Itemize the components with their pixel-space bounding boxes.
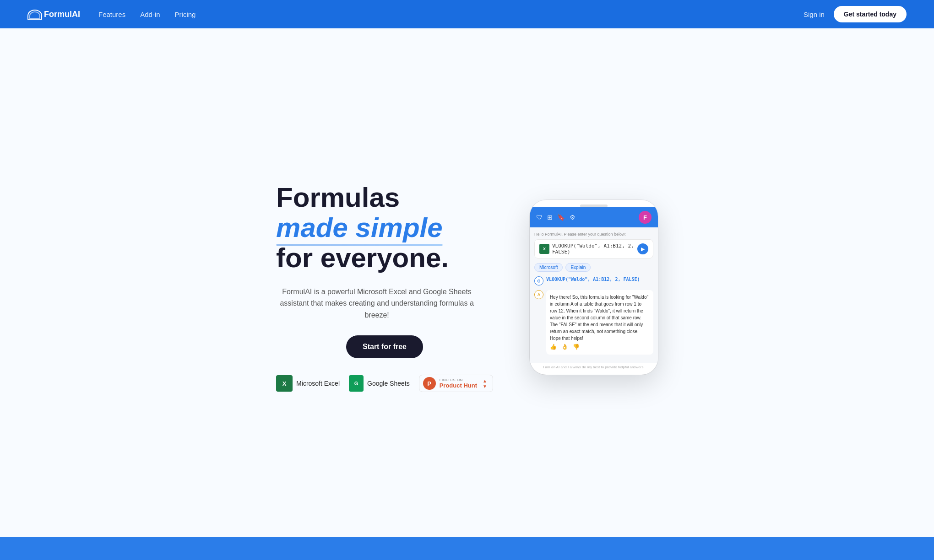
prompt-label: Hello FormulAI. Please enter your questi…	[534, 232, 653, 237]
nav-link-pricing[interactable]: Pricing	[175, 11, 196, 18]
ph-arrows: ▲ ▼	[483, 378, 487, 389]
answer-bubble: Hey there! So, this formula is looking f…	[546, 290, 653, 355]
app-toolbar: 🛡 ⊞ 🔖 ⚙ F	[530, 207, 658, 227]
chat-tags: Microsoft Explain	[534, 263, 653, 272]
tag-microsoft[interactable]: Microsoft	[534, 263, 563, 272]
logo-text: FormulAI	[44, 10, 80, 19]
toolbar-icons: 🛡 ⊞ 🔖 ⚙	[536, 214, 576, 221]
excel-label: Microsoft Excel	[296, 380, 340, 387]
phone-mockup: 🛡 ⊞ 🔖 ⚙ F Hello FormulAI. Please enter y…	[530, 200, 658, 374]
formula-input-text: VLOOKUP("Waldo", A1:B12, 2, FALSE)	[552, 243, 635, 255]
nav-link-addin[interactable]: Add-in	[140, 11, 160, 18]
hero-left: Formulas made simple for everyone. Formu…	[276, 183, 493, 393]
footer-bar	[0, 537, 934, 560]
ph-find-label: FIND US ON	[440, 378, 477, 382]
feedback-area: 👍 👌 👎	[550, 342, 650, 351]
logo[interactable]: FormulAI	[27, 10, 80, 19]
question-formula: VLOOKUP("Waldo", A1:B12, 2, FALSE)	[546, 276, 640, 283]
answer-text: Hey there! So, this formula is looking f…	[550, 294, 650, 342]
thumbs-neutral-icon[interactable]: 👌	[561, 344, 568, 350]
phone-inner: 🛡 ⊞ 🔖 ⚙ F Hello FormulAI. Please enter y…	[530, 207, 658, 374]
ph-name-label: Product Hunt	[440, 382, 477, 389]
hero-title-line1: Formulas	[276, 182, 400, 213]
ph-arrow-up: ▲	[483, 378, 487, 383]
navbar: FormulAI Features Add-in Pricing Sign in…	[0, 0, 934, 28]
nav-link-features[interactable]: Features	[98, 11, 125, 18]
user-avatar[interactable]: F	[639, 211, 652, 224]
thumbs-down-icon[interactable]: 👎	[573, 344, 580, 350]
nav-left: FormulAI Features Add-in Pricing	[27, 10, 195, 19]
ph-arrow-down: ▼	[483, 384, 487, 389]
gear-icon[interactable]: ⚙	[570, 214, 576, 221]
signin-link[interactable]: Sign in	[804, 11, 825, 18]
start-free-button[interactable]: Start for free	[346, 335, 423, 358]
sheets-label: Google Sheets	[367, 380, 410, 387]
ph-icon: P	[423, 377, 436, 390]
nav-right: Sign in Get started today	[804, 6, 907, 22]
nav-links: Features Add-in Pricing	[98, 11, 195, 18]
chat-area: Hello FormulAI. Please enter your questi…	[530, 227, 658, 363]
grid-icon[interactable]: ⊞	[547, 214, 553, 221]
send-button[interactable]: ▶	[637, 243, 648, 254]
hero-subtitle: FormulAI is a powerful Microsoft Excel a…	[276, 286, 478, 321]
thumbs-up-icon[interactable]: 👍	[550, 344, 557, 350]
shield-icon[interactable]: 🛡	[536, 214, 543, 221]
answer-avatar: A	[534, 290, 543, 299]
hero-title: Formulas made simple for everyone.	[276, 183, 493, 273]
badge-excel: X Microsoft Excel	[276, 375, 340, 392]
chat-footer: I am an AI and I always do my best to pr…	[530, 363, 658, 374]
hero-title-line2: made simple	[276, 213, 443, 243]
excel-input-icon: X	[539, 244, 549, 254]
excel-icon: X	[276, 375, 293, 392]
chat-input-row[interactable]: X VLOOKUP("Waldo", A1:B12, 2, FALSE) ▶	[534, 239, 653, 258]
ph-text: FIND US ON Product Hunt	[440, 378, 477, 389]
badge-sheets: G Google Sheets	[349, 375, 410, 392]
question-avatar: Q	[534, 276, 543, 285]
chat-answer: A Hey there! So, this formula is looking…	[534, 290, 653, 355]
hero-badges: X Microsoft Excel G Google Sheets P FIND…	[276, 375, 493, 392]
hero-right: 🛡 ⊞ 🔖 ⚙ F Hello FormulAI. Please enter y…	[530, 200, 658, 374]
logo-icon	[27, 10, 40, 19]
chat-question: Q VLOOKUP("Waldo", A1:B12, 2, FALSE)	[534, 276, 653, 285]
tag-explain[interactable]: Explain	[565, 263, 591, 272]
bookmark-icon[interactable]: 🔖	[557, 214, 565, 221]
get-started-button[interactable]: Get started today	[834, 6, 907, 22]
hero-title-line3: for everyone.	[276, 242, 449, 273]
sheets-icon: G	[349, 375, 364, 392]
hero-section: Formulas made simple for everyone. Formu…	[0, 28, 934, 537]
badge-product-hunt[interactable]: P FIND US ON Product Hunt ▲ ▼	[419, 375, 493, 392]
